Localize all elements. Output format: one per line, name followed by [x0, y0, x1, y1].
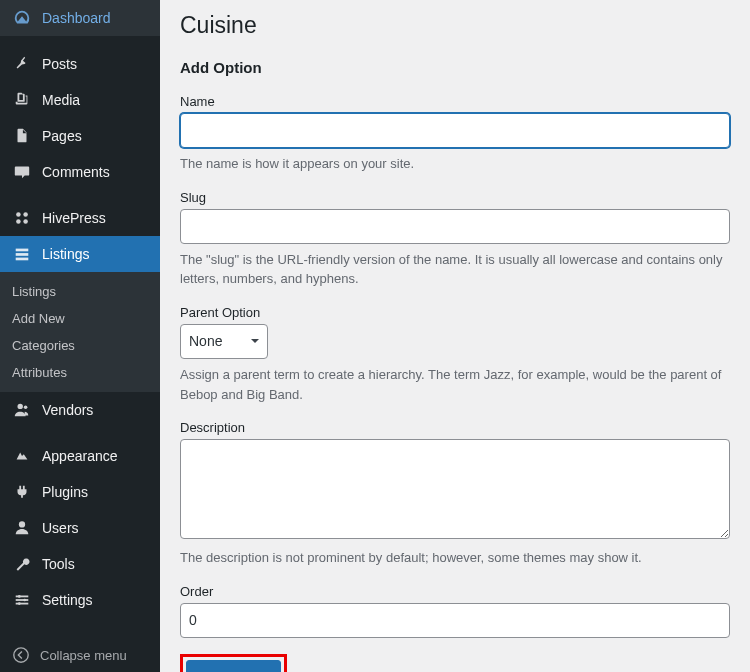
- field-name: Name The name is how it appears on your …: [180, 94, 730, 174]
- menu-label: Vendors: [42, 402, 93, 418]
- svg-point-1: [23, 212, 28, 217]
- name-help: The name is how it appears on your site.: [180, 154, 730, 174]
- listings-icon: [12, 244, 32, 264]
- comment-icon: [12, 162, 32, 182]
- hivepress-icon: [12, 208, 32, 228]
- desc-label: Description: [180, 420, 730, 435]
- vendors-icon: [12, 400, 32, 420]
- svg-rect-11: [16, 599, 29, 601]
- appearance-icon: [12, 446, 32, 466]
- collapse-icon: [12, 646, 30, 664]
- collapse-menu[interactable]: Collapse menu: [0, 638, 160, 672]
- menu-label: HivePress: [42, 210, 106, 226]
- menu-posts[interactable]: Posts: [0, 46, 160, 82]
- menu-appearance[interactable]: Appearance: [0, 438, 160, 474]
- media-icon: [12, 90, 32, 110]
- submenu-item-listings[interactable]: Listings: [0, 278, 160, 305]
- submenu-listings: Listings Add New Categories Attributes: [0, 272, 160, 392]
- menu-label: Pages: [42, 128, 82, 144]
- menu-vendors[interactable]: Vendors: [0, 392, 160, 428]
- menu-label: Listings: [42, 246, 89, 262]
- pin-icon: [12, 54, 32, 74]
- menu-label: Tools: [42, 556, 75, 572]
- menu-label: Settings: [42, 592, 93, 608]
- slug-help: The "slug" is the URL-friendly version o…: [180, 250, 730, 289]
- add-option-button[interactable]: Add Option: [186, 660, 281, 672]
- field-description: Description The description is not promi…: [180, 420, 730, 568]
- menu-settings[interactable]: Settings: [0, 582, 160, 618]
- menu-label: Media: [42, 92, 80, 108]
- menu-media[interactable]: Media: [0, 82, 160, 118]
- menu-tools[interactable]: Tools: [0, 546, 160, 582]
- svg-point-8: [24, 406, 28, 410]
- dashboard-icon: [12, 8, 32, 28]
- svg-point-3: [23, 219, 28, 224]
- svg-point-7: [18, 404, 23, 409]
- page-icon: [12, 126, 32, 146]
- page-title: Cuisine: [180, 0, 730, 59]
- svg-point-13: [18, 595, 21, 598]
- field-order: Order: [180, 584, 730, 638]
- menu-hivepress[interactable]: HivePress: [0, 200, 160, 236]
- menu-label: Comments: [42, 164, 110, 180]
- field-slug: Slug The "slug" is the URL-friendly vers…: [180, 190, 730, 289]
- menu-label: Posts: [42, 56, 77, 72]
- name-label: Name: [180, 94, 730, 109]
- parent-label: Parent Option: [180, 305, 730, 320]
- submenu-item-categories[interactable]: Categories: [0, 332, 160, 359]
- plugins-icon: [12, 482, 32, 502]
- submenu-item-add-new[interactable]: Add New: [0, 305, 160, 332]
- svg-point-15: [18, 602, 21, 605]
- order-input[interactable]: [180, 603, 730, 638]
- users-icon: [12, 518, 32, 538]
- menu-listings[interactable]: Listings: [0, 236, 160, 272]
- parent-select[interactable]: None: [180, 324, 268, 359]
- svg-point-0: [16, 212, 21, 217]
- svg-point-2: [16, 219, 21, 224]
- menu-label: Plugins: [42, 484, 88, 500]
- menu-plugins[interactable]: Plugins: [0, 474, 160, 510]
- name-input[interactable]: [180, 113, 730, 148]
- svg-rect-6: [16, 258, 29, 261]
- section-title: Add Option: [180, 59, 730, 76]
- slug-input[interactable]: [180, 209, 730, 244]
- svg-point-16: [14, 648, 28, 662]
- svg-point-9: [19, 521, 25, 527]
- menu-comments[interactable]: Comments: [0, 154, 160, 190]
- admin-sidebar: Dashboard Posts Media Pages Comments Hiv…: [0, 0, 160, 672]
- collapse-label: Collapse menu: [40, 648, 127, 663]
- menu-label: Dashboard: [42, 10, 111, 26]
- settings-icon: [12, 590, 32, 610]
- svg-rect-4: [16, 249, 29, 252]
- svg-point-14: [23, 599, 26, 602]
- desc-help: The description is not prominent by defa…: [180, 548, 730, 568]
- slug-label: Slug: [180, 190, 730, 205]
- submenu-item-attributes[interactable]: Attributes: [0, 359, 160, 386]
- menu-dashboard[interactable]: Dashboard: [0, 0, 160, 36]
- tools-icon: [12, 554, 32, 574]
- menu-pages[interactable]: Pages: [0, 118, 160, 154]
- menu-users[interactable]: Users: [0, 510, 160, 546]
- highlight-box: Add Option: [180, 654, 287, 672]
- svg-rect-10: [16, 596, 29, 598]
- menu-label: Appearance: [42, 448, 118, 464]
- order-label: Order: [180, 584, 730, 599]
- desc-textarea[interactable]: [180, 439, 730, 539]
- field-parent: Parent Option None Assign a parent term …: [180, 305, 730, 404]
- parent-help: Assign a parent term to create a hierarc…: [180, 365, 730, 404]
- svg-rect-12: [16, 603, 29, 605]
- main-content: Cuisine Add Option Name The name is how …: [160, 0, 750, 672]
- menu-label: Users: [42, 520, 79, 536]
- svg-rect-5: [16, 253, 29, 256]
